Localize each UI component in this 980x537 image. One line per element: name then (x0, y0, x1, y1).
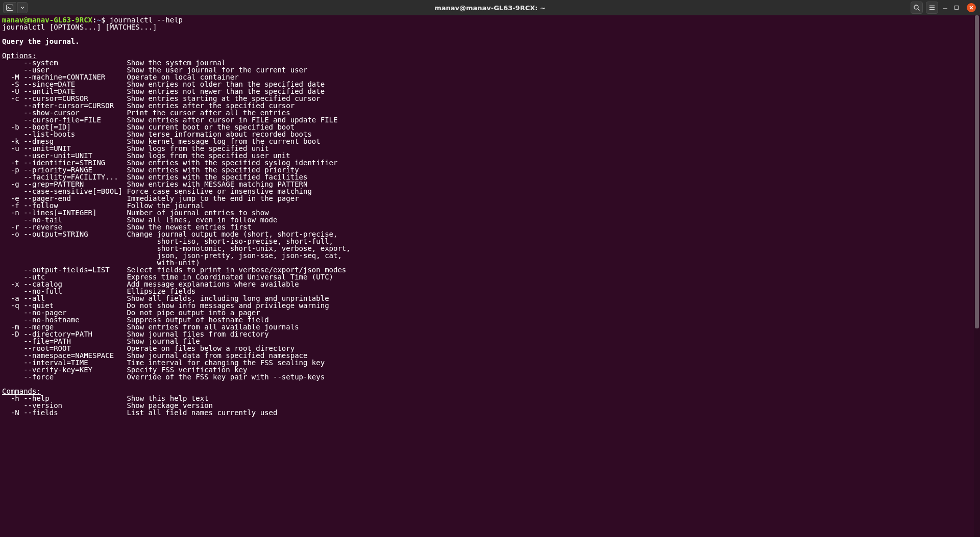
new-tab-button[interactable] (3, 2, 16, 13)
hamburger-menu-button[interactable] (926, 2, 938, 14)
close-icon (969, 5, 974, 10)
terminal-area[interactable]: manav@manav-GL63-9RCX:~$ journalctl --he… (0, 15, 980, 537)
window-close-button[interactable] (967, 3, 976, 12)
terminal-icon (6, 5, 13, 11)
window-titlebar: manav@manav-GL63-9RCX: ~ (0, 0, 980, 15)
scrollbar-thumb[interactable] (975, 15, 979, 328)
scrollbar[interactable] (974, 15, 980, 537)
terminal-output[interactable]: manav@manav-GL63-9RCX:~$ journalctl --he… (2, 16, 978, 416)
titlebar-right-controls (911, 2, 980, 14)
maximize-icon (954, 5, 959, 10)
chevron-down-icon (20, 6, 24, 10)
search-icon (913, 4, 920, 11)
svg-rect-0 (7, 5, 13, 11)
search-button[interactable] (911, 2, 923, 14)
window-maximize-button[interactable] (952, 4, 961, 12)
titlebar-left-controls (0, 2, 28, 13)
window-title: manav@manav-GL63-9RCX: ~ (0, 4, 980, 12)
window-minimize-button[interactable] (941, 4, 949, 12)
svg-line-3 (918, 9, 920, 11)
hamburger-icon (928, 4, 936, 11)
svg-point-2 (914, 5, 918, 9)
minimize-icon (943, 5, 948, 10)
terminal-viewport[interactable]: manav@manav-GL63-9RCX:~$ journalctl --he… (0, 15, 980, 537)
new-tab-menu-chevron[interactable] (17, 2, 28, 13)
svg-rect-8 (955, 6, 959, 10)
